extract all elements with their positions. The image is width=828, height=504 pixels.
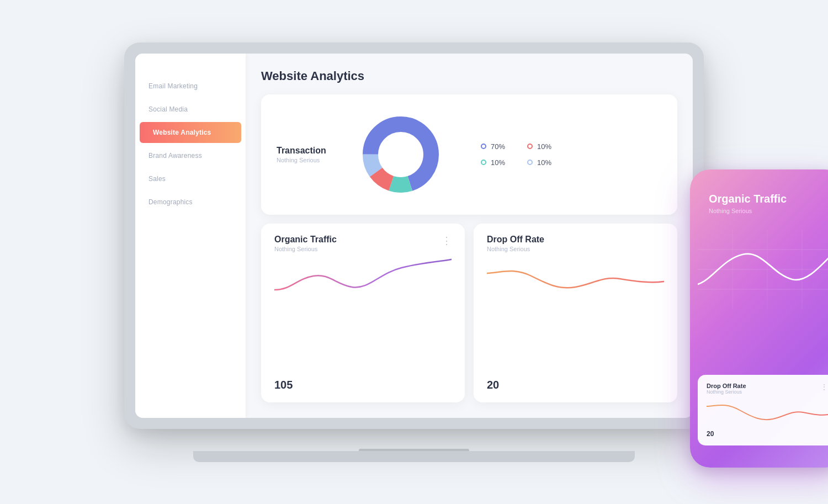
organic-traffic-value: 105 [274,374,452,391]
organic-traffic-titles: Organic Traffic Nothing Serious [274,235,337,252]
drop-off-rate-chart [487,257,664,301]
donut-svg [354,108,448,201]
phone-body: Organic Traffic Nothing Serious [690,169,828,468]
phone-title: Organic Traffic [709,193,826,205]
donut-chart [354,108,448,201]
organic-traffic-header: Organic Traffic Nothing Serious ⋮ [274,235,452,252]
legend-label-0: 70% [491,142,505,151]
laptop-screen: Email Marketing Social Media Website Ana… [135,54,693,418]
drop-off-rate-subtitle: Nothing Serious [487,246,544,252]
phone-mini-card-subtitle: Nothing Serious [707,389,746,395]
organic-traffic-subtitle: Nothing Serious [274,246,337,252]
organic-traffic-menu[interactable]: ⋮ [442,235,452,247]
bottom-row: Organic Traffic Nothing Serious ⋮ [261,224,677,402]
svg-point-5 [380,134,422,176]
sidebar-item-website-analytics[interactable]: Website Analytics [140,122,241,143]
sidebar-item-demographics[interactable]: Demographics [135,192,246,213]
legend-dot-blue [481,144,486,149]
transaction-card: Transaction Nothing Serious [261,94,677,215]
drop-off-rate-card: Drop Off Rate Nothing Serious [474,224,677,402]
laptop-body: Email Marketing Social Media Website Ana… [124,43,704,429]
phone-mini-card-title: Drop Off Rate [707,383,746,389]
page-title: Website Analytics [261,69,677,83]
phone-mini-card: Drop Off Rate Nothing Serious ⋮ 20 [698,375,828,445]
sidebar: Email Marketing Social Media Website Ana… [135,54,246,418]
organic-traffic-title: Organic Traffic [274,235,337,245]
legend-item-2: 10% [481,158,505,167]
sidebar-item-sales[interactable]: Sales [135,168,246,189]
phone-subtitle: Nothing Serious [709,208,826,214]
drop-off-rate-title: Drop Off Rate [487,235,544,245]
legend-item-3: 10% [527,158,551,167]
legend-grid: 70% 10% 10% [481,142,551,167]
sidebar-item-brand-awareness[interactable]: Brand Awareness [135,145,246,166]
scene: Email Marketing Social Media Website Ana… [28,26,800,479]
organic-traffic-card: Organic Traffic Nothing Serious ⋮ [261,224,465,402]
phone: Organic Traffic Nothing Serious [690,169,828,468]
phone-mini-menu-icon[interactable]: ⋮ [820,383,828,391]
drop-off-rate-titles: Drop Off Rate Nothing Serious [487,235,544,252]
legend-label-3: 10% [537,158,551,167]
main-content: Website Analytics Transaction Nothing Se… [246,54,693,418]
transaction-title: Transaction [277,146,332,156]
legend-item-0: 70% [481,142,505,151]
phone-mini-card-value: 20 [707,430,828,438]
laptop-base [193,451,635,462]
phone-mini-chart [707,398,828,426]
drop-off-rate-header: Drop Off Rate Nothing Serious [487,235,664,252]
legend-dot-coral [527,144,533,149]
transaction-subtitle: Nothing Serious [277,157,332,163]
sidebar-item-social-media[interactable]: Social Media [135,99,246,120]
legend-item-1: 10% [527,142,551,151]
transaction-header: Transaction Nothing Serious [277,146,332,163]
drop-off-rate-value: 20 [487,374,664,391]
laptop: Email Marketing Social Media Website Ana… [124,43,704,462]
sidebar-item-email-marketing[interactable]: Email Marketing [135,76,246,97]
legend-label-2: 10% [491,158,505,167]
legend-dot-teal [481,160,486,165]
phone-chart [698,225,828,314]
organic-traffic-chart [274,257,452,301]
legend-dot-lightblue [527,160,533,165]
legend-label-1: 10% [537,142,551,151]
